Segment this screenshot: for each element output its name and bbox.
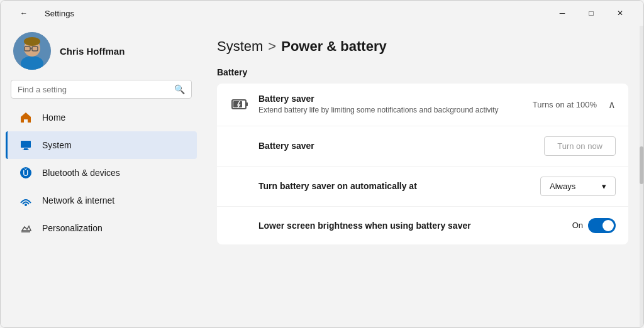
back-arrow-icon: ←	[20, 9, 28, 18]
turn-on-auto-title: Turn battery saver on automatically at	[258, 181, 540, 191]
window-controls: ─ □ ✕	[548, 3, 635, 23]
svg-rect-8	[24, 148, 28, 150]
brightness-toggle[interactable]	[588, 218, 616, 233]
turn-on-auto-text: Turn battery saver on automatically at	[258, 181, 540, 191]
dropdown-value: Always	[550, 182, 575, 191]
content-area: Chris Hoffman 🔍 Home	[1, 26, 643, 327]
window-title: Settings	[45, 9, 74, 18]
system-icon	[18, 138, 33, 153]
battery-saver-header-row: Battery saver Extend battery life by lim…	[217, 84, 628, 126]
sidebar-item-personalization-label: Personalization	[42, 223, 103, 233]
maximize-button[interactable]: □	[577, 3, 606, 23]
avatar	[13, 32, 51, 70]
battery-saver-header-control: Turns on at 100% ∧	[533, 99, 616, 111]
sidebar: Chris Hoffman 🔍 Home	[1, 26, 202, 327]
svg-rect-15	[246, 102, 248, 106]
main-wrapper: System > Power & battery Battery	[202, 26, 643, 327]
turn-on-auto-left: Turn battery saver on automatically at	[230, 181, 540, 191]
search-icon: 🔍	[174, 84, 185, 94]
turn-on-now-button[interactable]: Turn on now	[544, 136, 616, 156]
lower-brightness-left: Lower screen brightness when using batte…	[230, 221, 572, 231]
nav-menu: Home System	[1, 104, 202, 242]
main-content: System > Power & battery Battery	[202, 26, 643, 257]
battery-saver-toggle-title: Battery saver	[258, 141, 544, 151]
breadcrumb: System > Power & battery	[217, 38, 628, 55]
scrollbar-track	[640, 26, 643, 327]
battery-saver-toggle-text: Battery saver	[258, 141, 544, 151]
home-icon	[18, 110, 33, 125]
sidebar-item-home-label: Home	[42, 112, 65, 123]
title-bar-left: ← Settings	[9, 3, 74, 23]
search-box[interactable]: 🔍	[11, 80, 192, 99]
breadcrumb-current: Power & battery	[281, 38, 387, 55]
battery-saver-toggle-row: Battery saver Turn on now	[217, 126, 628, 167]
minimize-button[interactable]: ─	[548, 3, 577, 23]
settings-window: ← Settings ─ □ ✕	[0, 0, 644, 328]
breadcrumb-parent: System	[217, 38, 263, 55]
breadcrumb-separator: >	[268, 38, 276, 55]
section-title: Battery	[217, 67, 628, 77]
lower-brightness-text: Lower screen brightness when using batte…	[258, 221, 572, 231]
svg-text:Ǔ: Ǔ	[23, 168, 29, 178]
svg-point-12	[25, 204, 27, 206]
bluetooth-icon: Ǔ	[18, 165, 33, 180]
turn-on-auto-control: Always ▾	[540, 177, 616, 196]
sidebar-item-bluetooth[interactable]: Ǔ Bluetooth & devices	[6, 159, 197, 187]
svg-rect-7	[21, 141, 31, 148]
network-icon	[18, 193, 33, 208]
turn-on-auto-row: Turn battery saver on automatically at A…	[217, 167, 628, 207]
sidebar-item-personalization[interactable]: Personalization	[6, 214, 197, 242]
sidebar-item-home[interactable]: Home	[6, 104, 197, 131]
svg-point-6	[24, 37, 40, 46]
lower-brightness-title: Lower screen brightness when using batte…	[258, 221, 572, 231]
title-bar: ← Settings ─ □ ✕	[1, 1, 643, 26]
battery-saver-title: Battery saver	[258, 94, 533, 104]
battery-saver-icon	[230, 94, 250, 114]
sidebar-item-network-label: Network & internet	[42, 195, 114, 205]
toggle-on-label: On	[572, 221, 583, 230]
settings-card: Battery saver Extend battery life by lim…	[217, 84, 628, 244]
expand-button[interactable]: ∧	[608, 99, 616, 111]
battery-saver-header-left: Battery saver Extend battery life by lim…	[230, 94, 533, 116]
lower-brightness-control: On	[572, 218, 616, 233]
battery-saver-toggle-control: Turn on now	[544, 136, 616, 156]
sidebar-item-system[interactable]: System	[6, 131, 197, 159]
sidebar-item-system-label: System	[42, 140, 72, 150]
user-section: Chris Hoffman	[1, 26, 202, 80]
battery-saver-text: Battery saver Extend battery life by lim…	[258, 94, 533, 116]
sidebar-item-bluetooth-label: Bluetooth & devices	[42, 168, 120, 178]
turns-on-label: Turns on at 100%	[533, 100, 597, 109]
user-name: Chris Hoffman	[60, 46, 125, 57]
scrollbar-thumb[interactable]	[640, 146, 643, 184]
personalization-icon	[18, 221, 33, 236]
back-button[interactable]: ←	[9, 3, 38, 23]
svg-rect-9	[23, 150, 29, 150]
always-dropdown[interactable]: Always ▾	[540, 177, 616, 196]
close-button[interactable]: ✕	[606, 3, 635, 23]
brightness-toggle-switch[interactable]: On	[572, 218, 616, 233]
battery-saver-desc: Extend battery life by limiting some not…	[258, 105, 533, 116]
lower-brightness-row: Lower screen brightness when using batte…	[217, 207, 628, 244]
dropdown-arrow-icon: ▾	[602, 182, 606, 191]
sidebar-item-network[interactable]: Network & internet	[6, 187, 197, 214]
battery-saver-toggle-left: Battery saver	[230, 141, 544, 151]
search-input[interactable]	[18, 85, 169, 94]
